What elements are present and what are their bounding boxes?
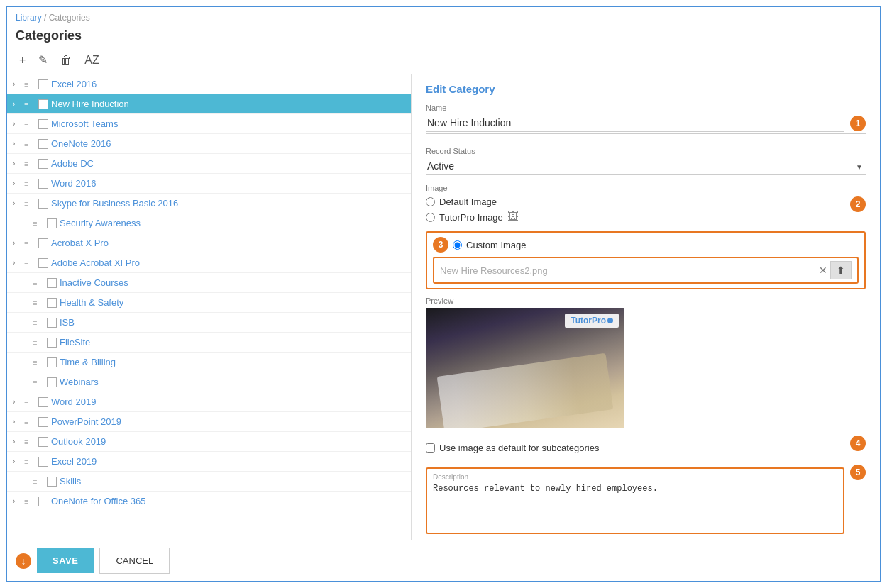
item-checkbox[interactable]	[38, 457, 48, 467]
item-checkbox[interactable]	[47, 338, 57, 348]
chevron-icon: ›	[13, 418, 21, 426]
list-item[interactable]: ›≡PowerPoint 2019	[7, 412, 411, 432]
list-item[interactable]: ›≡Microsoft Teams	[7, 114, 411, 134]
item-label: FileSite	[60, 337, 90, 348]
record-status-select-wrapper: Active Inactive ▼	[426, 157, 866, 175]
item-label: Security Awareness	[60, 218, 141, 228]
breadcrumb-separator: /	[44, 13, 46, 23]
breadcrumb-library[interactable]: Library	[16, 13, 42, 23]
drag-handle-icon: ≡	[24, 438, 35, 446]
subcategory-checkbox[interactable]	[426, 443, 435, 453]
item-checkbox[interactable]	[47, 218, 57, 228]
drag-handle-icon: ≡	[24, 160, 35, 168]
item-checkbox[interactable]	[38, 119, 48, 129]
list-item[interactable]: ›≡Word 2016	[7, 174, 411, 194]
upload-image-button[interactable]: ⬆	[830, 261, 852, 279]
item-checkbox[interactable]	[47, 278, 57, 288]
name-field-row: Name 1	[426, 104, 866, 143]
description-label: Description	[433, 473, 837, 481]
chevron-icon: ›	[13, 199, 21, 207]
item-label: New Hire Induction	[51, 99, 129, 109]
item-checkbox[interactable]	[38, 417, 48, 427]
item-label: ISB	[60, 317, 75, 328]
add-button[interactable]: +	[16, 52, 29, 68]
item-checkbox[interactable]	[38, 139, 48, 149]
list-item[interactable]: ≡FileSite	[7, 333, 411, 353]
list-item[interactable]: ›≡Skype for Business Basic 2016	[7, 194, 411, 213]
item-checkbox[interactable]	[47, 298, 57, 308]
list-item[interactable]: ≡Skills	[7, 472, 411, 492]
list-item[interactable]: ≡ISB	[7, 313, 411, 333]
save-button[interactable]: SAVE	[37, 548, 94, 573]
item-label: Word 2019	[51, 396, 96, 407]
tutorpro-badge: TutorPro	[565, 314, 619, 328]
drag-handle-icon: ≡	[24, 199, 35, 208]
item-checkbox[interactable]	[38, 99, 48, 109]
custom-image-radio[interactable]	[453, 240, 462, 250]
item-checkbox[interactable]	[47, 377, 57, 387]
custom-image-input[interactable]	[440, 265, 816, 276]
list-item[interactable]: ›≡OneNote 2016	[7, 134, 411, 154]
description-textarea[interactable]: Resources relevant to newly hired employ…	[433, 484, 837, 526]
edit-button[interactable]: ✎	[35, 52, 51, 68]
list-item[interactable]: ›≡Adobe DC	[7, 154, 411, 174]
list-item[interactable]: ›≡Word 2019	[7, 392, 411, 412]
subcategory-label: Use image as default for subcategories	[439, 443, 599, 453]
item-checkbox[interactable]	[47, 477, 57, 487]
list-item[interactable]: ›≡Acrobat X Pro	[7, 233, 411, 253]
item-checkbox[interactable]	[38, 159, 48, 169]
list-item[interactable]: ›≡OneNote for Office 365	[7, 492, 411, 511]
drag-handle-icon: ≡	[33, 338, 44, 347]
drag-handle-icon: ≡	[33, 477, 44, 486]
default-image-row: Default Image	[426, 196, 844, 207]
cancel-bottom-button[interactable]: CANCEL	[99, 548, 170, 574]
list-item[interactable]: ≡Security Awareness	[7, 213, 411, 233]
clear-image-button[interactable]: ✕	[816, 265, 830, 276]
list-item[interactable]: ›≡Adobe Acrobat XI Pro	[7, 253, 411, 273]
image-section: Image Default Image TutorPro Image 🖼	[426, 184, 866, 289]
default-image-radio[interactable]	[426, 197, 435, 206]
list-item[interactable]: ≡Health & Safety	[7, 293, 411, 313]
item-checkbox[interactable]	[38, 258, 48, 268]
list-item[interactable]: ≡Inactive Courses	[7, 273, 411, 293]
item-label: OneNote 2016	[51, 138, 111, 149]
breadcrumb: Library / Categories	[7, 7, 880, 26]
drag-handle-icon: ≡	[33, 358, 44, 367]
name-input[interactable]	[426, 114, 844, 132]
item-checkbox[interactable]	[47, 357, 57, 367]
preview-label: Preview	[426, 296, 866, 305]
chevron-icon: ›	[13, 398, 21, 406]
item-checkbox[interactable]	[38, 397, 48, 407]
preview-section: Preview TutorPro	[426, 296, 866, 428]
tutorpro-dot	[607, 318, 613, 323]
list-item[interactable]: ›≡Excel 2019	[7, 452, 411, 472]
custom-image-input-box: ✕ ⬆	[433, 257, 859, 284]
image-icon: 🖼	[507, 211, 519, 223]
item-checkbox[interactable]	[38, 199, 48, 209]
item-checkbox[interactable]	[38, 238, 48, 248]
sort-button[interactable]: AZ	[81, 52, 102, 68]
item-label: Adobe Acrobat XI Pro	[51, 257, 140, 268]
delete-button[interactable]: 🗑	[57, 52, 75, 68]
tutorpro-image-radio[interactable]	[426, 213, 435, 222]
item-checkbox[interactable]	[38, 79, 48, 89]
item-checkbox[interactable]	[47, 318, 57, 328]
list-item[interactable]: ›≡Excel 2016	[7, 74, 411, 94]
image-label: Image	[426, 184, 866, 192]
chevron-icon: ›	[13, 259, 21, 267]
record-status-row: Record Status Active Inactive ▼	[426, 147, 866, 175]
drag-handle-icon: ≡	[24, 80, 35, 89]
chevron-icon: ›	[13, 239, 21, 247]
record-status-select[interactable]: Active Inactive	[426, 157, 866, 175]
list-item[interactable]: ≡Time & Billing	[7, 353, 411, 372]
drag-handle-icon: ≡	[24, 259, 35, 267]
item-checkbox[interactable]	[38, 437, 48, 447]
step-1-badge: 1	[850, 116, 866, 131]
list-item[interactable]: ≡Webinars	[7, 372, 411, 392]
item-label: Microsoft Teams	[51, 118, 118, 129]
item-checkbox[interactable]	[38, 179, 48, 189]
list-item[interactable]: ›≡New Hire Induction	[7, 94, 411, 114]
item-checkbox[interactable]	[38, 497, 48, 506]
list-item[interactable]: ›≡Outlook 2019	[7, 432, 411, 452]
item-label: OneNote for Office 365	[51, 496, 145, 506]
